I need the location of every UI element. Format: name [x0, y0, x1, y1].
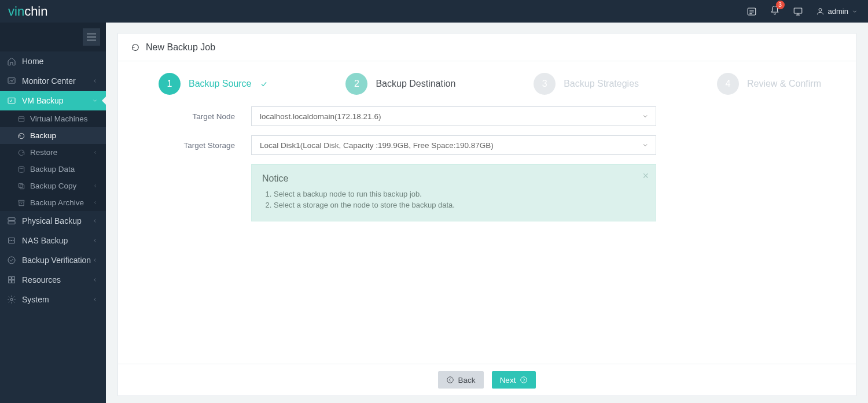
- chevron-left-icon: [92, 218, 98, 224]
- sidebar-item-label: VM Backup: [22, 96, 64, 105]
- target-node-label: Target Node: [159, 112, 251, 121]
- notice-title: Notice: [262, 173, 645, 184]
- target-node-select[interactable]: localhost.localdomain(172.18.21.6): [251, 106, 656, 126]
- subnav-item-label: Restore: [30, 148, 57, 157]
- brand-logo[interactable]: vinchin: [8, 4, 47, 19]
- archive-icon: [17, 199, 25, 207]
- sidebar-item-physical-backup[interactable]: Physical Backup: [0, 211, 106, 231]
- copy-icon: [17, 182, 25, 190]
- user-name: admin: [828, 7, 848, 16]
- chevron-left-icon: [92, 238, 98, 243]
- user-menu[interactable]: admin: [816, 7, 858, 16]
- user-icon: [816, 7, 825, 16]
- sidebar: Home Monitor Center VM Backup Virtual Ma…: [0, 23, 106, 403]
- resources-icon: [7, 275, 16, 284]
- notification-badge: 3: [776, 1, 785, 9]
- sidebar-item-label: System: [22, 295, 49, 304]
- notice-box: × Notice Select a backup node to run thi…: [251, 164, 656, 221]
- subnav-item-label: Backup Data: [30, 165, 75, 173]
- check-icon: [260, 80, 268, 88]
- chevron-left-icon: [93, 183, 98, 188]
- sidebar-item-nas-backup[interactable]: NAS Backup: [0, 231, 106, 250]
- chevron-left-icon: [93, 200, 98, 205]
- svg-point-7: [819, 9, 822, 12]
- svg-rect-13: [19, 116, 24, 121]
- chevron-down-icon: [852, 9, 858, 14]
- subnav-virtual-machines[interactable]: Virtual Machines: [0, 110, 106, 127]
- chevron-down-icon: [642, 142, 649, 149]
- sidebar-item-label: Physical Backup: [22, 216, 82, 225]
- hamburger-icon: [87, 34, 96, 40]
- svg-rect-30: [12, 280, 15, 283]
- step-review-confirm[interactable]: 4 Review & Confirm: [717, 73, 821, 95]
- svg-point-31: [10, 298, 13, 301]
- sidebar-item-label: Monitor Center: [22, 76, 76, 86]
- sidebar-item-resources[interactable]: Resources: [0, 270, 106, 290]
- sidebar-item-system[interactable]: System: [0, 290, 106, 309]
- step-backup-strategies[interactable]: 3 Backup Strategies: [534, 73, 639, 95]
- target-storage-label: Target Storage: [159, 141, 251, 150]
- target-storage-value: Local Disk1(Local Disk, Capacity :199.9G…: [260, 141, 494, 150]
- page-title: New Backup Job: [146, 42, 215, 53]
- subnav-backup-archive[interactable]: Backup Archive: [0, 194, 106, 211]
- subnav-item-label: Backup: [30, 131, 56, 140]
- chevron-down-icon: [92, 98, 98, 103]
- chevron-left-icon: [92, 257, 98, 263]
- svg-rect-4: [794, 8, 802, 13]
- svg-rect-28: [12, 277, 15, 280]
- restore-icon: [17, 149, 25, 157]
- svg-point-25: [13, 240, 13, 241]
- target-node-value: localhost.localdomain(172.18.21.6): [260, 112, 381, 121]
- arrow-left-circle-icon: [446, 376, 454, 384]
- step-backup-source[interactable]: 1 Backup Source: [159, 73, 268, 95]
- subnav-restore[interactable]: Restore: [0, 144, 106, 161]
- sidebar-item-home[interactable]: Home: [0, 51, 106, 71]
- sidebar-item-label: Resources: [22, 275, 61, 284]
- sidebar-item-label: Home: [22, 57, 43, 66]
- svg-rect-29: [9, 280, 12, 283]
- svg-rect-20: [8, 218, 15, 221]
- arrow-right-circle-icon: [520, 376, 528, 384]
- panel-header: New Backup Job: [118, 34, 856, 61]
- subnav-backup-data[interactable]: Backup Data: [0, 161, 106, 178]
- list-icon[interactable]: [746, 6, 757, 17]
- svg-rect-10: [87, 40, 96, 40]
- sidebar-item-backup-verification[interactable]: Backup Verification: [0, 250, 106, 270]
- svg-rect-18: [19, 200, 24, 202]
- monitor-icon[interactable]: [793, 6, 803, 17]
- topbar: vinchin 3 admin: [0, 0, 868, 23]
- vm-list-icon: [17, 115, 25, 123]
- sidebar-item-label: Backup Verification: [22, 256, 91, 265]
- chevron-left-icon: [93, 150, 98, 155]
- step-backup-destination[interactable]: 2 Backup Destination: [345, 73, 455, 95]
- next-button[interactable]: Next: [492, 371, 536, 389]
- subnav-backup-copy[interactable]: Backup Copy: [0, 178, 106, 194]
- wizard-steps: 1 Backup Source 2 Backup Destination 3 B…: [118, 61, 856, 101]
- svg-point-15: [19, 166, 24, 168]
- subnav-item-label: Backup Copy: [30, 182, 76, 190]
- chevron-left-icon: [92, 78, 98, 84]
- svg-point-23: [10, 240, 10, 241]
- nas-icon: [7, 236, 16, 245]
- chevron-down-icon: [642, 113, 649, 120]
- notice-item: Select a backup node to run this backup …: [274, 190, 645, 198]
- close-icon[interactable]: ×: [642, 171, 649, 181]
- svg-point-33: [521, 377, 527, 383]
- subnav-item-label: Virtual Machines: [30, 114, 88, 123]
- svg-rect-9: [87, 36, 96, 37]
- vm-icon: [7, 96, 16, 105]
- sidebar-item-monitor-center[interactable]: Monitor Center: [0, 71, 106, 91]
- subnav-item-label: Backup Archive: [30, 198, 84, 207]
- backup-icon: [17, 132, 25, 140]
- back-button[interactable]: Back: [438, 371, 484, 389]
- monitor-center-icon: [7, 76, 16, 86]
- subnav-backup[interactable]: Backup: [0, 127, 106, 144]
- svg-rect-8: [87, 34, 96, 34]
- main-content: New Backup Job 1 Backup Source 2 Backup …: [106, 23, 868, 403]
- database-icon: [17, 165, 25, 173]
- target-storage-select[interactable]: Local Disk1(Local Disk, Capacity :199.9G…: [251, 135, 656, 155]
- sidebar-toggle[interactable]: [83, 28, 100, 46]
- svg-rect-27: [9, 277, 12, 280]
- svg-rect-21: [8, 221, 15, 224]
- sidebar-item-vm-backup[interactable]: VM Backup: [0, 91, 106, 110]
